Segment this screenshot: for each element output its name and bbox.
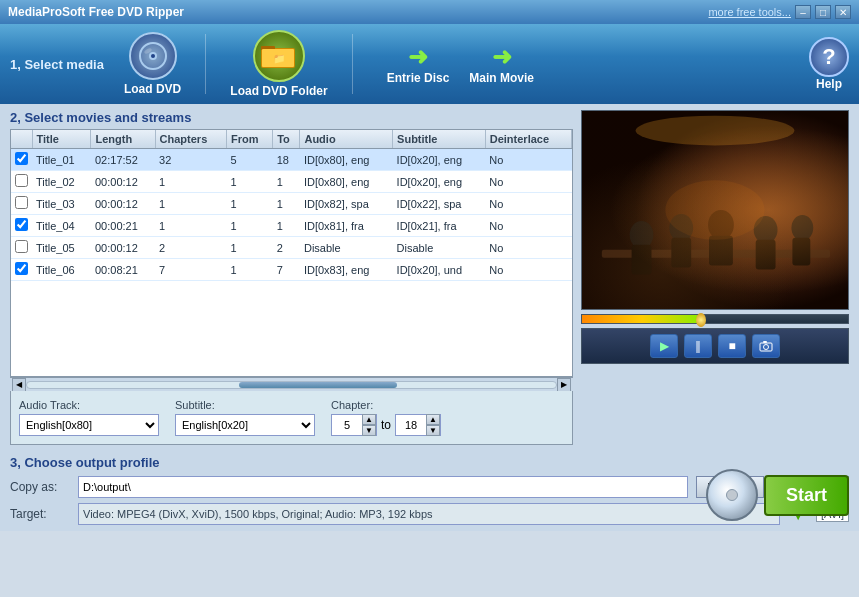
row-checkbox[interactable] [15,218,28,231]
row-checkbox-cell[interactable] [11,149,32,171]
table-row[interactable]: Title_03 00:00:12 1 1 1 ID[0x82], spa ID… [11,193,572,215]
row-checkbox[interactable] [15,196,28,209]
table-row[interactable]: Title_01 02:17:52 32 5 18 ID[0x80], eng … [11,149,572,171]
help-icon: ? [809,37,849,77]
row-chapters: 32 [155,149,227,171]
row-from: 1 [227,237,273,259]
player-controls: ▶ ‖ ■ [581,328,849,364]
row-deinterlace: No [485,193,571,215]
output-section-label: 3, Choose output profile [10,455,849,470]
row-checkbox-cell[interactable] [11,237,32,259]
audio-track-label: Audio Track: [19,399,159,411]
target-label: Target: [10,507,70,521]
minimize-button[interactable]: – [795,5,811,19]
svg-rect-25 [763,341,767,343]
start-button[interactable]: Start [764,475,849,516]
row-to: 1 [273,193,300,215]
preview-area [581,110,849,310]
chapter-to-label: to [381,418,391,432]
help-button[interactable]: ? Help [809,37,849,91]
output-section: 3, Choose output profile Copy as: Browse… [0,451,859,531]
entrie-disc-label: Entrie Disc [387,71,450,85]
toolbar-sep2 [352,34,353,94]
row-subtitle: ID[0x22], spa [393,193,486,215]
load-folder-icon: 📁 [253,30,305,82]
load-dvd-icon [129,32,177,80]
chapter-to-spinner[interactable]: ▲ ▼ [395,414,441,436]
play-button[interactable]: ▶ [650,334,678,358]
scroll-right-arrow[interactable]: ▶ [557,378,571,392]
row-deinterlace: No [485,149,571,171]
svg-point-2 [151,54,155,58]
chapter-to-up[interactable]: ▲ [426,414,440,425]
chapter-from-down[interactable]: ▼ [362,425,376,436]
output-path-input[interactable] [78,476,688,498]
row-length: 00:00:12 [91,237,155,259]
chapter-from-up[interactable]: ▲ [362,414,376,425]
toolbar-sep1 [205,34,206,94]
row-title: Title_04 [32,215,91,237]
table-row[interactable]: Title_05 00:00:12 2 1 2 Disable Disable … [11,237,572,259]
row-audio: ID[0x80], eng [300,171,393,193]
col-length: Length [91,130,155,149]
scroll-track[interactable] [26,381,557,389]
table-row[interactable]: Title_04 00:00:21 1 1 1 ID[0x81], fra ID… [11,215,572,237]
row-checkbox-cell[interactable] [11,193,32,215]
scroll-left-arrow[interactable]: ◀ [12,378,26,392]
maximize-button[interactable]: □ [815,5,831,19]
svg-point-24 [764,345,769,350]
app-title: MediaProSoft Free DVD Ripper [8,5,184,19]
row-checkbox-cell[interactable] [11,259,32,281]
load-folder-label: Load DVD Folder [230,84,327,98]
row-to: 1 [273,215,300,237]
row-checkbox[interactable] [15,174,28,187]
row-from: 5 [227,149,273,171]
row-checkbox[interactable] [15,262,28,275]
col-to: To [273,130,300,149]
table-row[interactable]: Title_02 00:00:12 1 1 1 ID[0x80], eng ID… [11,171,572,193]
subtitle-select[interactable]: English[0x20] [175,414,315,436]
right-panel: ▶ ‖ ■ [581,110,849,445]
entrie-disc-button[interactable]: ➜ Entrie Disc [387,43,450,85]
row-deinterlace: No [485,259,571,281]
table-row[interactable]: Title_06 00:08:21 7 1 7 ID[0x83], eng ID… [11,259,572,281]
snapshot-button[interactable] [752,334,780,358]
load-folder-button[interactable]: 📁 Load DVD Folder [230,30,327,98]
chapter-inputs: ▲ ▼ to ▲ ▼ [331,414,441,436]
row-title: Title_02 [32,171,91,193]
pause-button[interactable]: ‖ [684,334,712,358]
row-title: Title_06 [32,259,91,281]
load-dvd-button[interactable]: Load DVD [124,32,181,96]
scroll-thumb[interactable] [239,382,398,388]
chapter-to-input[interactable] [396,419,426,431]
horizontal-scrollbar[interactable]: ◀ ▶ [10,377,573,391]
stop-button[interactable]: ■ [718,334,746,358]
row-from: 1 [227,215,273,237]
row-length: 00:00:21 [91,215,155,237]
close-button[interactable]: ✕ [835,5,851,19]
progress-thumb[interactable] [696,313,706,327]
audio-track-select[interactable]: English[0x80] [19,414,159,436]
row-deinterlace: No [485,171,571,193]
step1-label: 1, Select media [10,57,104,72]
title-bar-right: more free tools... – □ ✕ [708,5,851,19]
chapter-from-spinner[interactable]: ▲ ▼ [331,414,377,436]
row-checkbox[interactable] [15,152,28,165]
movies-table: Title Length Chapters From To Audio Subt… [11,130,572,281]
main-movie-button[interactable]: ➜ Main Movie [469,43,534,85]
entrie-arrow-icon: ➜ [408,43,428,71]
chapter-from-input[interactable] [332,419,362,431]
main-movie-label: Main Movie [469,71,534,85]
row-chapters: 7 [155,259,227,281]
subtitle-group: Subtitle: English[0x20] [175,399,315,436]
preview-progress-bar[interactable] [581,314,849,324]
row-audio: ID[0x81], fra [300,215,393,237]
row-checkbox-cell[interactable] [11,171,32,193]
row-length: 00:08:21 [91,259,155,281]
movies-table-container: Title Length Chapters From To Audio Subt… [10,129,573,377]
row-title: Title_03 [32,193,91,215]
chapter-to-down[interactable]: ▼ [426,425,440,436]
row-checkbox[interactable] [15,240,28,253]
row-checkbox-cell[interactable] [11,215,32,237]
more-tools-link[interactable]: more free tools... [708,6,791,18]
